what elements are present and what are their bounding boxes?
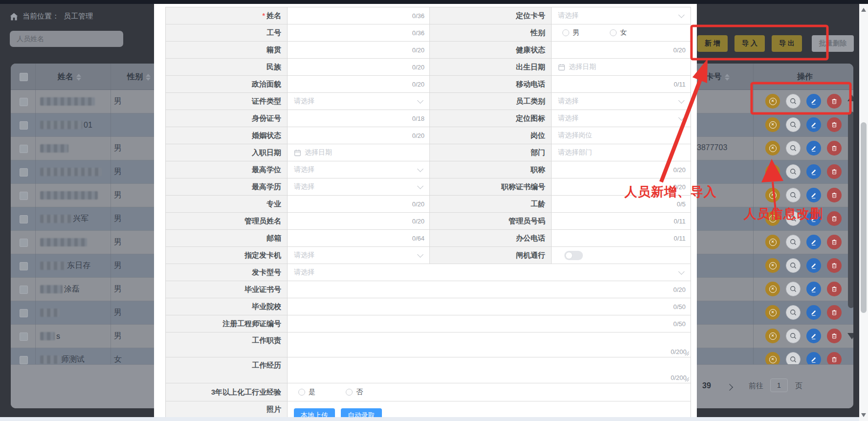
field-birth-date[interactable]: 选择日期	[552, 59, 690, 75]
resize-grip-icon[interactable]	[684, 351, 690, 356]
column-header-ic-card[interactable]: C卡号	[700, 64, 730, 89]
field-name[interactable]: 0/36	[288, 7, 430, 24]
field-employee-type[interactable]: 请选择	[552, 93, 690, 110]
edit-button[interactable]	[806, 235, 821, 249]
delete-button[interactable]	[827, 258, 842, 273]
field-card-issuer[interactable]: 请选择	[288, 247, 430, 264]
card-revoke-button[interactable]: ✕	[765, 164, 780, 179]
edit-button[interactable]	[806, 188, 821, 202]
delete-button[interactable]	[827, 329, 842, 343]
radio-option-女[interactable]: 女	[610, 28, 627, 37]
field-gender[interactable]: 男女	[552, 24, 690, 41]
view-button[interactable]	[786, 164, 801, 179]
edit-button[interactable]	[806, 94, 821, 109]
column-header-name[interactable]: 姓名	[58, 64, 81, 89]
table-scroll-up-icon[interactable]	[847, 95, 853, 101]
card-revoke-button[interactable]: ✕	[765, 235, 780, 249]
page-number-last[interactable]: 39	[702, 381, 711, 390]
delete-button[interactable]	[827, 164, 842, 179]
import-button[interactable]: 导 入	[734, 35, 765, 52]
field-hire-date[interactable]: 选择日期	[288, 144, 430, 161]
field-department[interactable]: 请选择部门	[552, 144, 690, 161]
field-job-title[interactable]: 0/20	[552, 161, 690, 178]
delete-button[interactable]	[827, 211, 842, 226]
card-revoke-button[interactable]: ✕	[765, 188, 780, 202]
batch-delete-button[interactable]: 批量删除	[812, 35, 854, 52]
edit-button[interactable]	[806, 258, 821, 273]
card-revoke-button[interactable]: ✕	[765, 117, 780, 132]
field-major[interactable]: 0/20	[288, 196, 430, 212]
view-button[interactable]	[786, 258, 801, 273]
view-button[interactable]	[786, 282, 801, 296]
field-marital-status[interactable]: 0/20	[288, 127, 430, 144]
field-diploma-no[interactable]: 0/20	[288, 281, 690, 298]
card-revoke-button[interactable]: ✕	[765, 258, 780, 273]
delete-button[interactable]	[827, 352, 842, 364]
field-chemical-experience[interactable]: 是否	[288, 383, 690, 401]
field-gate-pass[interactable]	[552, 247, 690, 264]
field-id-type[interactable]: 请选择	[288, 93, 430, 110]
sort-carets-icon[interactable]	[725, 74, 730, 81]
sort-carets-icon[interactable]	[76, 74, 81, 81]
card-revoke-button[interactable]: ✕	[765, 352, 780, 364]
card-revoke-button[interactable]: ✕	[765, 305, 780, 320]
field-work-experience[interactable]: 0/200	[288, 357, 690, 383]
field-post[interactable]: 请选择岗位	[552, 127, 690, 144]
view-button[interactable]	[786, 94, 801, 109]
edit-button[interactable]	[806, 329, 821, 343]
radio-option-否[interactable]: 否	[346, 388, 363, 397]
delete-button[interactable]	[827, 94, 842, 109]
field-political-status[interactable]: 0/20	[288, 76, 430, 92]
field-native-place[interactable]: 0/20	[288, 42, 430, 58]
field-email[interactable]: 0/64	[288, 230, 430, 246]
field-ethnicity[interactable]: 0/20	[288, 59, 430, 75]
scrollbar-down-icon[interactable]	[861, 413, 866, 417]
edit-button[interactable]	[806, 141, 821, 155]
radio-option-男[interactable]: 男	[562, 28, 579, 37]
view-button[interactable]	[786, 235, 801, 249]
scrollbar-thumb[interactable]	[861, 122, 867, 313]
card-revoke-button[interactable]: ✕	[765, 329, 780, 343]
view-button[interactable]	[786, 305, 801, 320]
edit-button[interactable]	[806, 305, 821, 320]
view-button[interactable]	[786, 141, 801, 155]
delete-button[interactable]	[827, 141, 842, 155]
view-button[interactable]	[786, 352, 801, 364]
field-job-duty[interactable]: 0/200	[288, 332, 690, 357]
column-header-gender[interactable]: 性别	[127, 64, 151, 89]
export-button[interactable]: 导 出	[772, 35, 802, 52]
delete-button[interactable]	[827, 235, 842, 249]
field-highest-degree[interactable]: 请选择	[288, 161, 430, 178]
view-button[interactable]	[786, 188, 801, 202]
edit-button[interactable]	[806, 117, 821, 132]
view-button[interactable]	[786, 329, 801, 343]
search-input[interactable]: 人员姓名	[10, 31, 123, 47]
next-page-icon[interactable]	[726, 384, 733, 391]
delete-button[interactable]	[827, 117, 842, 132]
field-highest-education[interactable]: 请选择	[288, 178, 430, 195]
field-engineer-cert-no[interactable]: 0/50	[288, 315, 690, 332]
scrollbar-up-icon[interactable]	[861, 8, 866, 12]
edit-button[interactable]	[806, 352, 821, 364]
card-revoke-button[interactable]: ✕	[765, 94, 780, 109]
delete-button[interactable]	[827, 282, 842, 296]
field-admin-name[interactable]: 0/20	[288, 213, 430, 229]
card-revoke-button[interactable]: ✕	[765, 282, 780, 296]
edit-button[interactable]	[806, 164, 821, 179]
field-locate-icon[interactable]: 请选择	[552, 110, 690, 127]
field-office-phone[interactable]: 0/11	[552, 230, 690, 246]
radio-option-是[interactable]: 是	[298, 388, 315, 397]
field-health-status[interactable]: 0/20	[552, 42, 690, 58]
resize-grip-icon[interactable]	[684, 377, 690, 382]
field-admin-number[interactable]: 0/11	[552, 213, 690, 229]
view-button[interactable]	[786, 117, 801, 132]
browser-scrollbar[interactable]	[859, 4, 868, 421]
field-card-model[interactable]: 请选择	[288, 264, 690, 281]
toggle-gate-pass[interactable]	[564, 251, 583, 260]
select-all-checkbox[interactable]	[20, 73, 28, 81]
add-button[interactable]: 新 增	[697, 35, 728, 52]
field-id-number[interactable]: 0/18	[288, 110, 430, 127]
edit-button[interactable]	[806, 282, 821, 296]
delete-button[interactable]	[827, 188, 842, 202]
field-mobile-phone[interactable]: 0/11	[552, 76, 690, 92]
